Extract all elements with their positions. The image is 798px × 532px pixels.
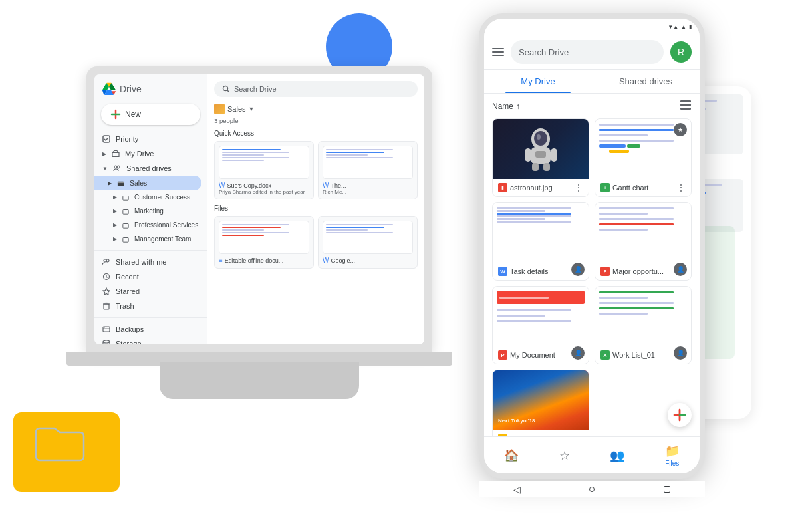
star-badge-gantt: ★: [674, 123, 687, 136]
phone-search-input[interactable]: Search Drive: [511, 40, 664, 64]
star-nav-icon: ☆: [559, 448, 570, 463]
sidebar-managementteam-label: Management Team: [134, 235, 191, 243]
sort-direction: ↑: [516, 102, 520, 111]
svg-rect-5: [118, 181, 124, 186]
back-button[interactable]: ◁: [513, 484, 521, 495]
file-preview-4: [323, 221, 413, 254]
file-name-row-4: W Google...: [323, 257, 413, 264]
tab-mydrive-label: My Drive: [521, 76, 555, 86]
nav-item-home[interactable]: 🏠: [504, 448, 519, 463]
quick-access-grid: W Sue's Copy.docx Priya Sharma edited in…: [214, 141, 418, 200]
svg-line-22: [227, 90, 229, 92]
sidebar-item-storage[interactable]: Storage: [94, 336, 207, 344]
svg-rect-6: [123, 196, 128, 200]
svg-rect-24: [680, 104, 691, 106]
sidebar-item-backups[interactable]: Backups: [94, 322, 207, 336]
file-name-4: Google...: [331, 257, 355, 264]
sidebar-sharedwithme-label: Shared with me: [116, 258, 166, 266]
file-name-1: Sue's Copy.docx: [227, 182, 271, 189]
phone-file-list-header: Name ↑: [484, 94, 700, 118]
signal-icon: ▼▲: [668, 24, 678, 30]
phone-search-bar[interactable]: Search Drive R: [484, 35, 700, 70]
phone-file-card-task[interactable]: 👤 W Task details ⋮: [492, 202, 589, 281]
sidebar-divider-1: [94, 250, 207, 251]
svg-marker-13: [103, 288, 110, 295]
phone-user-avatar[interactable]: R: [670, 41, 692, 63]
home-gesture-button[interactable]: [589, 487, 595, 492]
folder-header: Sales ▼: [214, 104, 418, 114]
image-file-icon: ▮: [498, 183, 507, 192]
phone-file-preview-task: [493, 203, 589, 263]
svg-rect-17: [103, 327, 110, 332]
phone-file-card-tokyo[interactable]: Next Tokyo '18 Next Tokyo '18: [492, 370, 589, 438]
sidebar-item-priority[interactable]: Priority: [94, 132, 207, 146]
sidebar-recent-label: Recent: [116, 273, 139, 281]
sidebar-item-sharedwithme[interactable]: Shared with me: [94, 255, 207, 269]
shared-badge-major: 👤: [674, 263, 687, 276]
sidebar-starred-label: Starred: [116, 287, 140, 295]
svg-point-19: [104, 327, 105, 328]
nav-item-starred[interactable]: ☆: [559, 448, 570, 463]
laptop-device: Drive New Priority ▶: [66, 66, 452, 452]
sidebar-item-professionalservices[interactable]: ▶ Professional Services: [94, 218, 207, 232]
phone-file-card-mydoc[interactable]: 👤 P My Document ⋮: [492, 286, 589, 364]
sidebar-item-recent[interactable]: Recent: [94, 269, 207, 284]
sidebar-divider-2: [94, 317, 207, 318]
sidebar-priority-label: Priority: [116, 135, 138, 143]
sidebar-item-trash[interactable]: Trash: [94, 299, 207, 313]
phone-file-preview-tokyo: Next Tokyo '18: [493, 370, 589, 430]
svg-point-33: [537, 134, 541, 140]
file-card-2[interactable]: W The... Rich Me...: [318, 141, 418, 200]
sidebar-item-managementteam[interactable]: ▶ Management Team: [94, 232, 207, 246]
phone-filename-major: Major opportu...: [612, 267, 664, 275]
list-view-toggle[interactable]: [680, 99, 692, 113]
sort-control[interactable]: Name ↑: [492, 102, 520, 111]
hamburger-menu[interactable]: [492, 48, 504, 56]
sidebar-backups-label: Backups: [116, 325, 144, 333]
sidebar-item-marketing[interactable]: ▶ Marketing: [94, 204, 207, 218]
fab-new-button[interactable]: [668, 403, 692, 427]
laptop-search-bar[interactable]: Search Drive: [214, 81, 418, 97]
file-card-1[interactable]: W Sue's Copy.docx Priya Sharma edited in…: [214, 141, 314, 200]
files-grid: ≡ Editable offline docu... W: [214, 216, 418, 269]
tab-mydrive[interactable]: My Drive: [484, 70, 592, 93]
sort-label: Name: [492, 102, 513, 111]
sidebar-storage-label: Storage: [116, 340, 142, 344]
phone-file-menu-gantt[interactable]: ⋮: [676, 182, 686, 193]
phone-file-info-gantt: + Gantt chart ⋮: [595, 179, 691, 196]
phone-file-info-astronaut: ▮ astronaut.jpg ⋮: [493, 179, 589, 196]
recents-gesture-button[interactable]: [664, 486, 670, 493]
folder-icon: [214, 104, 225, 114]
file-desc-1: Priya Sharma edited in the past year: [219, 189, 309, 195]
phone-file-menu-astronaut[interactable]: ⋮: [574, 182, 583, 193]
phone-file-card-astronaut[interactable]: ▮ astronaut.jpg ⋮: [492, 118, 589, 197]
hamburger-line-3: [492, 55, 504, 56]
nav-item-shared[interactable]: 👥: [610, 448, 624, 463]
sidebar-item-starred[interactable]: Starred: [94, 284, 207, 299]
laptop-stand: [160, 362, 359, 399]
sidebar-professionalservices-label: Professional Services: [134, 221, 198, 229]
sidebar-mydrive-label: My Drive: [125, 150, 154, 158]
files-label: Files: [214, 205, 418, 212]
sidebar-item-shareddrives[interactable]: ▼ Shared drives: [94, 161, 207, 176]
file-card-3[interactable]: ≡ Editable offline docu...: [214, 216, 314, 269]
file-card-4[interactable]: W Google...: [318, 216, 418, 269]
tab-shareddrives[interactable]: Shared drives: [592, 70, 700, 93]
phone-file-card-gantt[interactable]: + Gantt chart ⋮ ★: [595, 118, 692, 197]
sidebar-item-sales[interactable]: ▶ Sales: [94, 176, 201, 190]
sidebar-item-mydrive[interactable]: ▶ My Drive: [94, 146, 207, 161]
nav-item-files[interactable]: 📁 Files: [665, 444, 680, 467]
new-button[interactable]: New: [101, 104, 200, 125]
phone-screen: ▼▲ ▲ ▮ Search Drive R My Drive Sha: [479, 13, 705, 479]
sidebar-shareddrives-label: Shared drives: [126, 164, 172, 172]
wifi-icon: ▲: [681, 24, 686, 30]
file-preview-2: [323, 146, 413, 179]
phone-filename-mydoc: My Document: [510, 351, 555, 359]
phone-file-card-major[interactable]: 👤 P Major opportu... ⋮: [595, 202, 692, 281]
phone-file-card-worklist[interactable]: 👤 X Work List_01 ⋮: [595, 286, 692, 364]
phone-search-placeholder: Search Drive: [519, 47, 569, 57]
shared-badge-mydoc: 👤: [571, 346, 585, 360]
sidebar-item-customersuccess[interactable]: ▶ Customer Success: [94, 190, 207, 204]
svg-point-32: [534, 131, 547, 146]
file-preview-3: [219, 221, 309, 254]
